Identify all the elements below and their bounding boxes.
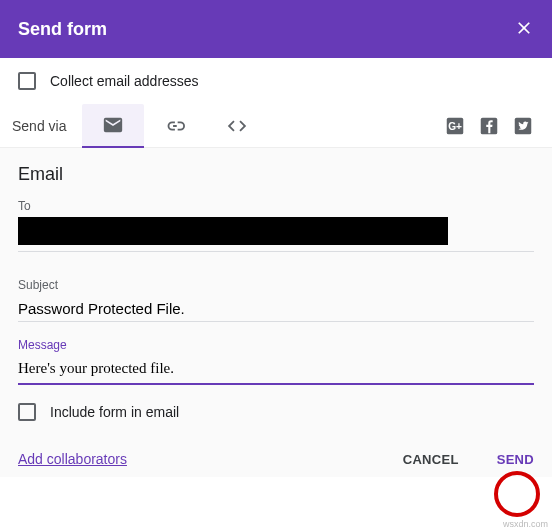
share-facebook[interactable] — [472, 104, 506, 148]
tab-embed[interactable] — [206, 104, 268, 148]
dialog-title: Send form — [18, 19, 107, 40]
to-input[interactable] — [18, 217, 448, 245]
subject-label: Subject — [18, 278, 534, 292]
close-icon[interactable] — [514, 18, 534, 41]
cancel-button[interactable]: CANCEL — [403, 452, 459, 467]
message-label: Message — [18, 338, 534, 352]
link-icon — [164, 115, 186, 137]
twitter-icon — [512, 115, 534, 137]
message-input[interactable] — [18, 356, 534, 383]
collect-email-label: Collect email addresses — [50, 73, 199, 89]
googleplus-icon: G+ — [444, 115, 466, 137]
include-form-checkbox[interactable] — [18, 403, 36, 421]
annotation-circle — [494, 471, 540, 517]
embed-icon — [226, 115, 248, 137]
share-googleplus[interactable]: G+ — [438, 104, 472, 148]
svg-text:G+: G+ — [448, 120, 462, 131]
share-twitter[interactable] — [506, 104, 540, 148]
tab-email[interactable] — [82, 104, 144, 148]
send-via-label: Send via — [12, 118, 66, 134]
to-label: To — [18, 199, 534, 213]
facebook-icon — [478, 115, 500, 137]
email-section-title: Email — [18, 164, 534, 185]
add-collaborators-link[interactable]: Add collaborators — [18, 451, 127, 467]
watermark: wsxdn.com — [503, 519, 548, 529]
include-form-label: Include form in email — [50, 404, 179, 420]
send-button[interactable]: SEND — [497, 452, 534, 467]
collect-email-row: Collect email addresses — [0, 58, 552, 104]
tab-link[interactable] — [144, 104, 206, 148]
send-via-row: Send via G+ — [0, 104, 552, 148]
email-icon — [102, 114, 124, 136]
collect-email-checkbox[interactable] — [18, 72, 36, 90]
subject-input[interactable] — [18, 296, 534, 322]
